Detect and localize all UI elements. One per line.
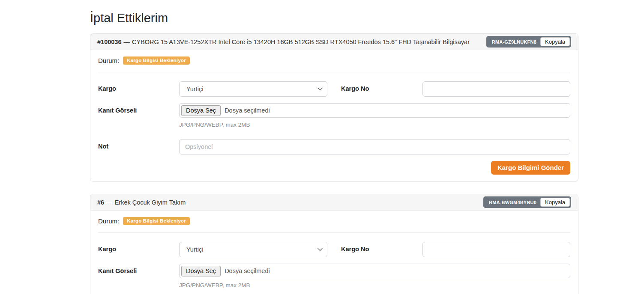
kargo-no-wrap xyxy=(422,242,570,257)
copy-button[interactable]: Kopyala xyxy=(540,37,570,46)
kargo-no-label: Kargo No xyxy=(341,81,422,92)
kargo-label: Kargo xyxy=(98,81,179,92)
order-separator: — xyxy=(123,39,130,45)
file-status-text: Dosya seçilmedi xyxy=(225,267,270,274)
order-number: #6 xyxy=(97,199,104,206)
file-choose-button[interactable]: Dosya Seç xyxy=(181,266,221,276)
file-input[interactable]: Dosya Seç Dosya seçilmedi xyxy=(179,264,570,278)
order-title: #100036—CYBORG 15 A13VE-1252XTR Intel Co… xyxy=(97,39,470,45)
form-row-kargo: Kargo Yurtiçi Kargo No xyxy=(98,81,570,97)
product-name: CYBORG 15 A13VE-1252XTR Intel Core i5 13… xyxy=(132,39,470,45)
kanit-control: Dosya Seç Dosya seçilmedi JPG/PNG/WEBP, … xyxy=(179,264,570,288)
status-badge: Kargo Bilgisi Bekleniyor xyxy=(123,217,190,225)
file-hint: JPG/PNG/WEBP, max 2MB xyxy=(179,282,570,288)
form-row-kanit: Kanıt Görseli Dosya Seç Dosya seçilmedi … xyxy=(98,103,570,128)
file-status-text: Dosya seçilmedi xyxy=(225,107,270,114)
form-row-submit: Kargo Bilgimi Gönder xyxy=(98,161,570,175)
kanit-control: Dosya Seç Dosya seçilmedi JPG/PNG/WEBP, … xyxy=(179,103,570,128)
product-name: Erkek Çocuk Giyim Takım xyxy=(115,199,186,206)
shipping-form: Kargo Yurtiçi Kargo No Kanıt Görseli xyxy=(90,72,578,181)
kanit-label: Kanıt Görseli xyxy=(98,103,179,114)
card-header: #100036—CYBORG 15 A13VE-1252XTR Intel Co… xyxy=(90,34,578,50)
order-separator: — xyxy=(106,199,113,206)
form-row-kargo: Kargo Yurtiçi Kargo No xyxy=(98,242,570,257)
kargo-select-wrap: Yurtiçi xyxy=(179,81,327,97)
rma-card: #6—Erkek Çocuk Giyim Takım RMA-BWGM4BYNU… xyxy=(90,194,578,294)
rma-code-badge: RMA-BWGM4BYNU0 Kopyala xyxy=(483,196,571,208)
kargo-select[interactable]: Yurtiçi xyxy=(179,242,327,257)
submit-shipping-button[interactable]: Kargo Bilgimi Gönder xyxy=(491,161,570,175)
kargo-no-label: Kargo No xyxy=(341,242,422,252)
status-row: Durum: Kargo Bilgisi Bekleniyor xyxy=(90,50,578,72)
form-row-not: Not xyxy=(98,139,570,154)
rma-code-badge: RMA-GZ9LNUKFN8 Kopyala xyxy=(486,36,571,48)
file-choose-button[interactable]: Dosya Seç xyxy=(181,105,221,116)
card-header: #6—Erkek Çocuk Giyim Takım RMA-BWGM4BYNU… xyxy=(90,194,578,211)
kargo-no-input[interactable] xyxy=(422,81,570,97)
rma-code-text: RMA-BWGM4BYNU0 xyxy=(489,200,536,205)
copy-button[interactable]: Kopyala xyxy=(540,198,570,207)
status-row: Durum: Kargo Bilgisi Bekleniyor xyxy=(90,211,578,232)
shipping-form: Kargo Yurtiçi Kargo No Kanıt Görseli xyxy=(90,233,578,294)
status-badge: Kargo Bilgisi Bekleniyor xyxy=(123,56,190,65)
status-label: Durum: xyxy=(98,217,119,225)
kargo-label: Kargo xyxy=(98,242,179,252)
not-input[interactable] xyxy=(179,139,570,154)
not-wrap xyxy=(179,139,570,154)
status-label: Durum: xyxy=(98,57,119,64)
kargo-no-wrap xyxy=(422,81,570,97)
order-title: #6—Erkek Çocuk Giyim Takım xyxy=(97,199,186,206)
kargo-select-wrap: Yurtiçi xyxy=(179,242,327,257)
rma-code-text: RMA-GZ9LNUKFN8 xyxy=(492,39,536,45)
form-row-kanit: Kanıt Görseli Dosya Seç Dosya seçilmedi … xyxy=(98,264,570,288)
rma-card: #100036—CYBORG 15 A13VE-1252XTR Intel Co… xyxy=(90,33,578,182)
order-number: #100036 xyxy=(97,39,121,45)
kargo-select[interactable]: Yurtiçi xyxy=(179,81,327,97)
page-container: İptal Ettiklerim #100036—CYBORG 15 A13VE… xyxy=(90,11,578,294)
not-label: Not xyxy=(98,139,179,150)
page-title: İptal Ettiklerim xyxy=(90,11,578,25)
file-hint: JPG/PNG/WEBP, max 2MB xyxy=(179,122,570,128)
kanit-label: Kanıt Görseli xyxy=(98,264,179,274)
file-input[interactable]: Dosya Seç Dosya seçilmedi xyxy=(179,103,570,118)
kargo-no-input[interactable] xyxy=(422,242,570,257)
